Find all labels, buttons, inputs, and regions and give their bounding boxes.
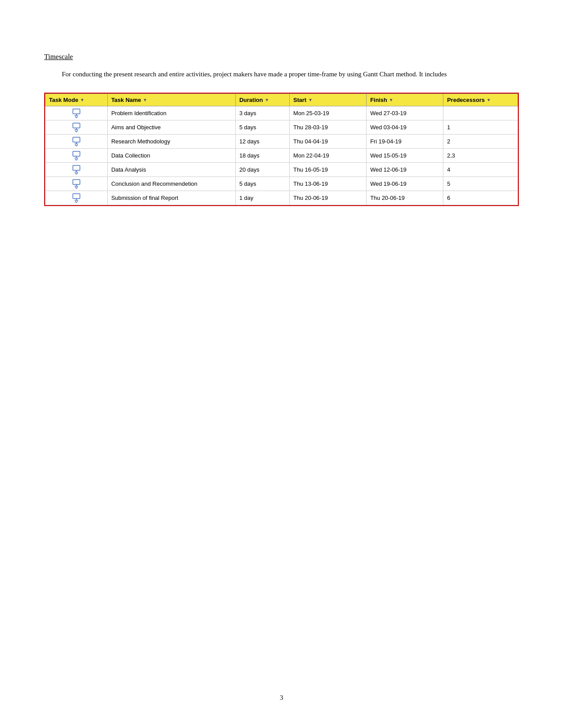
task-name-cell: Problem Identification [107, 106, 235, 120]
table-row: Aims and Objective5 daysThu 28-03-19Wed … [45, 120, 518, 135]
finish-cell: Wed 15-05-19 [367, 149, 443, 163]
task-icon-svg [72, 165, 81, 175]
table-row: Problem Identification3 daysMon 25-03-19… [45, 106, 518, 120]
svg-rect-6 [73, 137, 80, 142]
table-row: Research Methodology12 daysThu 04-04-19F… [45, 135, 518, 149]
duration-cell: 1 day [235, 191, 289, 205]
start-cell: Thu 04-04-19 [290, 135, 367, 149]
col-finish-label: Finish [370, 97, 387, 103]
table-row: Conclusion and Recommendetion5 daysThu 1… [45, 177, 518, 191]
task-name-cell: Data Analysis [107, 163, 235, 177]
start-cell: Thu 16-05-19 [290, 163, 367, 177]
task-mode-cell [45, 106, 108, 120]
svg-rect-12 [73, 165, 80, 170]
task-name-cell: Data Collection [107, 149, 235, 163]
task-mode-cell [45, 191, 108, 205]
col-duration-dropdown[interactable]: ▼ [264, 98, 269, 102]
table-body: Problem Identification3 daysMon 25-03-19… [45, 106, 518, 205]
start-cell: Thu 13-06-19 [290, 177, 367, 191]
table-row: Data Collection18 daysMon 22-04-19Wed 15… [45, 149, 518, 163]
svg-rect-0 [73, 109, 80, 114]
task-name-cell: Research Methodology [107, 135, 235, 149]
start-cell: Thu 28-03-19 [290, 120, 367, 135]
task-mode-icon [47, 123, 106, 132]
task-mode-icon [47, 165, 106, 175]
predecessors-cell: 5 [443, 177, 518, 191]
table-row: Submission of final Report1 dayThu 20-06… [45, 191, 518, 205]
task-name-cell: Conclusion and Recommendetion [107, 177, 235, 191]
col-task-mode-label: Task Mode [49, 97, 78, 103]
gantt-table: Task Mode ▼ Task Name ▼ Duration ▼ [45, 94, 518, 205]
col-task-mode-dropdown[interactable]: ▼ [80, 98, 84, 102]
task-mode-cell [45, 120, 108, 135]
start-cell: Mon 25-03-19 [290, 106, 367, 120]
task-icon-svg [72, 109, 81, 118]
gantt-table-container: Task Mode ▼ Task Name ▼ Duration ▼ [44, 93, 519, 206]
duration-cell: 5 days [235, 177, 289, 191]
task-name-cell: Aims and Objective [107, 120, 235, 135]
task-mode-cell [45, 177, 108, 191]
task-mode-cell [45, 149, 108, 163]
task-mode-icon [47, 137, 106, 146]
task-icon-svg [72, 151, 81, 161]
duration-cell: 18 days [235, 149, 289, 163]
finish-cell: Wed 03-04-19 [367, 120, 443, 135]
duration-cell: 12 days [235, 135, 289, 149]
col-header-duration[interactable]: Duration ▼ [235, 94, 289, 106]
start-cell: Mon 22-04-19 [290, 149, 367, 163]
task-mode-icon [47, 109, 106, 118]
col-duration-label: Duration [239, 97, 263, 103]
svg-rect-3 [73, 123, 80, 128]
section-heading: Timescale [44, 53, 519, 61]
col-predecessors-dropdown[interactable]: ▼ [487, 98, 491, 102]
predecessors-cell: 2,3 [443, 149, 518, 163]
duration-cell: 20 days [235, 163, 289, 177]
task-mode-icon [47, 179, 106, 189]
task-icon-svg [72, 137, 81, 146]
col-task-name-label: Task Name [111, 97, 141, 103]
duration-cell: 5 days [235, 120, 289, 135]
svg-rect-18 [73, 194, 80, 199]
duration-cell: 3 days [235, 106, 289, 120]
predecessors-cell: 6 [443, 191, 518, 205]
col-header-task-name[interactable]: Task Name ▼ [107, 94, 235, 106]
col-predecessors-label: Predecessors [447, 97, 484, 103]
predecessors-cell: 2 [443, 135, 518, 149]
start-cell: Thu 20-06-19 [290, 191, 367, 205]
page-content: Timescale For conducting the present res… [44, 53, 519, 221]
table-header-row: Task Mode ▼ Task Name ▼ Duration ▼ [45, 94, 518, 106]
task-icon-svg [72, 179, 81, 189]
task-mode-cell [45, 163, 108, 177]
task-icon-svg [72, 193, 81, 203]
finish-cell: Fri 19-04-19 [367, 135, 443, 149]
predecessors-cell [443, 106, 518, 120]
col-task-name-dropdown[interactable]: ▼ [143, 98, 147, 102]
task-icon-svg [72, 123, 81, 132]
task-mode-icon [47, 151, 106, 161]
col-header-finish[interactable]: Finish ▼ [367, 94, 443, 106]
col-start-dropdown[interactable]: ▼ [308, 98, 313, 102]
table-row: Data Analysis20 daysThu 16-05-19Wed 12-0… [45, 163, 518, 177]
col-start-label: Start [293, 97, 306, 103]
page-number: 3 [280, 694, 283, 702]
svg-rect-9 [73, 151, 80, 156]
task-mode-cell [45, 135, 108, 149]
task-mode-icon [47, 193, 106, 203]
finish-cell: Thu 20-06-19 [367, 191, 443, 205]
finish-cell: Wed 19-06-19 [367, 177, 443, 191]
svg-rect-15 [73, 180, 80, 184]
col-header-task-mode[interactable]: Task Mode ▼ [45, 94, 108, 106]
intro-paragraph: For conducting the present research and … [44, 69, 519, 79]
task-name-cell: Submission of final Report [107, 191, 235, 205]
col-header-predecessors[interactable]: Predecessors ▼ [443, 94, 518, 106]
col-finish-dropdown[interactable]: ▼ [389, 98, 393, 102]
predecessors-cell: 4 [443, 163, 518, 177]
col-header-start[interactable]: Start ▼ [290, 94, 367, 106]
finish-cell: Wed 12-06-19 [367, 163, 443, 177]
finish-cell: Wed 27-03-19 [367, 106, 443, 120]
predecessors-cell: 1 [443, 120, 518, 135]
